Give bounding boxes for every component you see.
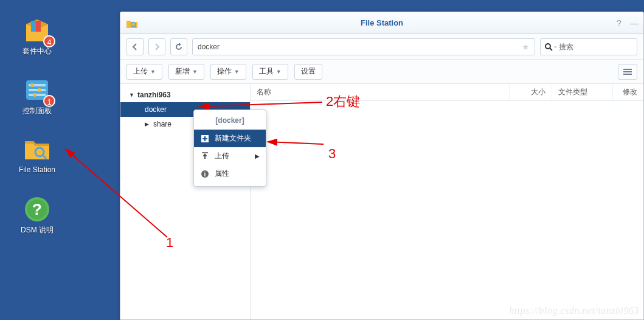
- file-list-header: 名称 大小 文件类型 修改: [251, 84, 643, 101]
- path-text: docker: [198, 43, 220, 51]
- menu-item-label: 上传: [215, 151, 229, 161]
- control-panel-icon: 1: [23, 75, 52, 105]
- svg-text:?: ?: [32, 200, 42, 218]
- column-modified[interactable]: 修改: [613, 84, 643, 100]
- svg-rect-4: [29, 89, 46, 91]
- collapse-arrow-icon: ▼: [129, 92, 135, 98]
- window-titlebar: File Station ? —: [120, 12, 643, 34]
- search-icon: [544, 43, 553, 51]
- expand-arrow-icon: ▶: [145, 121, 151, 127]
- upload-button[interactable]: 上传▼: [126, 64, 162, 80]
- settings-button[interactable]: 设置: [294, 64, 322, 80]
- window-controls: ? —: [617, 19, 639, 27]
- favorite-star-icon[interactable]: ★: [522, 42, 530, 52]
- search-input[interactable]: [559, 43, 632, 51]
- new-button[interactable]: 新增▼: [168, 64, 204, 80]
- context-menu-title: [docker]: [194, 114, 266, 130]
- svg-rect-5: [29, 94, 46, 96]
- navigation-toolbar: docker ★ -: [120, 34, 643, 60]
- plus-icon: [200, 134, 210, 144]
- icon-label: File Station: [7, 165, 67, 174]
- icon-label: 控制面板: [7, 106, 67, 116]
- svg-point-16: [545, 44, 550, 49]
- help-icon: ?: [23, 195, 52, 224]
- svg-text:i: i: [204, 171, 206, 178]
- desktop-icon-dsm-help[interactable]: ? DSM 说明: [7, 195, 67, 235]
- package-center-icon: 4: [23, 16, 52, 45]
- badge: 4: [43, 35, 55, 47]
- file-station-small-icon: [125, 17, 139, 29]
- column-name[interactable]: 名称: [251, 84, 510, 100]
- tree-root-label: tanzhi963: [137, 91, 171, 99]
- refresh-button[interactable]: [170, 38, 187, 55]
- svg-point-6: [30, 83, 34, 87]
- tree-item-label: docker: [145, 105, 167, 114]
- icon-label: DSM 说明: [7, 225, 67, 235]
- info-icon: i: [200, 169, 210, 179]
- file-station-icon: [23, 135, 52, 164]
- badge: 1: [43, 95, 55, 107]
- back-button[interactable]: [126, 38, 144, 55]
- action-button[interactable]: 操作▼: [210, 64, 246, 80]
- minimize-button[interactable]: —: [630, 19, 639, 27]
- context-menu-new-folder[interactable]: 新建文件夹: [194, 130, 266, 147]
- watermark: https://blog.csdn.net/tanzhi963: [509, 305, 639, 316]
- action-toolbar: 上传▼ 新增▼ 操作▼ 工具▼ 设置: [120, 60, 643, 84]
- tree-root[interactable]: ▼ tanzhi963: [120, 88, 250, 102]
- tools-button[interactable]: 工具▼: [252, 64, 288, 80]
- svg-point-8: [33, 93, 36, 97]
- menu-item-label: 新建文件夹: [215, 133, 251, 144]
- context-menu-upload[interactable]: 上传 ▶: [194, 147, 266, 165]
- svg-rect-0: [31, 21, 36, 32]
- file-list: 名称 大小 文件类型 修改: [251, 84, 643, 319]
- upload-icon: [200, 151, 210, 161]
- submenu-arrow-icon: ▶: [255, 153, 260, 159]
- view-mode-button[interactable]: [618, 64, 637, 80]
- search-box[interactable]: -: [540, 38, 637, 55]
- window-title: File Station: [361, 18, 403, 27]
- forward-button[interactable]: [148, 38, 165, 55]
- desktop-icon-packages[interactable]: 4 套件中心: [7, 16, 67, 57]
- column-type[interactable]: 文件类型: [552, 84, 613, 100]
- help-button[interactable]: ?: [617, 19, 625, 27]
- tree-item-label: share: [153, 120, 171, 128]
- path-input[interactable]: docker ★: [192, 38, 535, 55]
- icon-label: 套件中心: [7, 46, 67, 57]
- svg-line-17: [550, 48, 552, 50]
- menu-item-label: 属性: [215, 169, 229, 179]
- svg-rect-1: [36, 21, 41, 32]
- desktop-icon-file-station[interactable]: File Station: [7, 135, 67, 174]
- context-menu: [docker] 新建文件夹 上传 ▶ i 属性: [193, 110, 266, 187]
- column-size[interactable]: 大小: [510, 84, 552, 100]
- desktop-icon-control-panel[interactable]: 1 控制面板: [7, 75, 67, 116]
- svg-point-7: [38, 88, 41, 92]
- context-menu-properties[interactable]: i 属性: [194, 165, 266, 183]
